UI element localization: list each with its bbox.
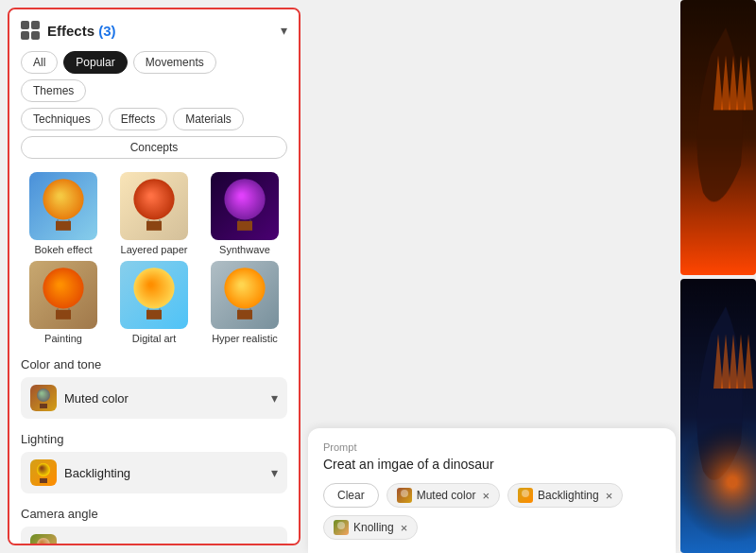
synthwave-label: Synthwave (219, 244, 270, 255)
knolling-tag-icon (334, 520, 349, 535)
camera-angle-icon (30, 534, 57, 545)
filter-movements[interactable]: Movements (133, 51, 216, 74)
lighting-label: Lighting (21, 432, 287, 446)
camera-angle-dropdown[interactable]: Knolling ▾ (21, 527, 287, 545)
layered-paper-thumb (120, 172, 188, 240)
filter-row-1: All Popular Movements Themes (21, 51, 287, 102)
layered-paper-label: Layered paper (121, 244, 188, 255)
left-panel: Effects (3) ▾ All Popular Movements Them… (8, 8, 301, 545)
filter-row-3: Concepts (21, 136, 287, 159)
right-image-strip (680, 0, 756, 553)
backlighting-tag-label: Backlighting (538, 489, 599, 502)
backlighting-tag-icon (518, 488, 533, 503)
panel-title: Effects (3) (47, 23, 116, 39)
filter-effects[interactable]: Effects (109, 108, 167, 130)
filter-popular[interactable]: Popular (63, 51, 127, 74)
panel-header: Effects (3) ▾ (21, 21, 287, 40)
color-tone-chevron-icon: ▾ (271, 390, 278, 406)
lighting-dropdown[interactable]: Backlighting ▾ (21, 452, 287, 493)
panel-collapse-button[interactable]: ▾ (281, 23, 287, 38)
effect-synthwave[interactable]: Synthwave (202, 172, 287, 255)
prompt-tags: Clear Muted color × Backlighting × (323, 483, 661, 540)
lighting-chevron-icon: ▾ (271, 465, 278, 480)
bokeh-label: Bokeh effect (35, 244, 93, 255)
lighting-value: Backlighting (64, 466, 264, 480)
camera-angle-chevron-icon: ▾ (271, 540, 278, 545)
filter-themes[interactable]: Themes (21, 79, 86, 102)
color-tone-dropdown[interactable]: Muted color ▾ (21, 377, 287, 419)
muted-color-remove-icon[interactable]: × (482, 489, 490, 503)
muted-color-tag-icon (397, 488, 412, 503)
prompt-area: Prompt Creat an imgae of a dinosaur Clea… (308, 428, 676, 553)
hyper-realistic-thumb (211, 261, 279, 329)
color-tone-icon (30, 385, 57, 411)
backlighting-tag[interactable]: Backlighting × (507, 483, 623, 508)
effects-count: (3) (98, 23, 115, 39)
effect-hyper-realistic[interactable]: Hyper realistic (202, 261, 287, 344)
filter-concepts[interactable]: Concepts (21, 136, 287, 159)
synthwave-thumb (211, 172, 279, 240)
backlighting-remove-icon[interactable]: × (606, 489, 613, 503)
right-img-2 (680, 279, 756, 554)
painting-thumb (29, 261, 97, 329)
bokeh-thumb (29, 172, 97, 240)
digital-art-thumb (120, 261, 188, 329)
prompt-text[interactable]: Creat an imgae of a dinosaur (323, 457, 661, 472)
filter-row-2: Techniques Effects Materials (21, 108, 287, 130)
painting-label: Painting (44, 333, 82, 344)
panel-header-left: Effects (3) (21, 21, 116, 40)
muted-color-tag-label: Muted color (417, 489, 476, 502)
filter-all[interactable]: All (21, 51, 58, 74)
grid-icon (21, 21, 40, 40)
muted-color-tag[interactable]: Muted color × (387, 483, 500, 508)
effect-bokeh[interactable]: Bokeh effect (21, 172, 106, 255)
digital-art-label: Digital art (132, 333, 176, 344)
middle-area: Prompt Creat an imgae of a dinosaur Clea… (308, 0, 756, 553)
right-img-1 (680, 0, 756, 275)
effects-label: Effects (47, 23, 94, 39)
camera-angle-label: Camera angle (21, 507, 287, 521)
filter-materials[interactable]: Materials (173, 108, 244, 130)
main-layout: Effects (3) ▾ All Popular Movements Them… (0, 0, 756, 553)
effect-digital-art[interactable]: Digital art (112, 261, 197, 344)
knolling-tag[interactable]: Knolling × (323, 515, 418, 540)
clear-button[interactable]: Clear (323, 483, 379, 508)
effects-image-grid: Bokeh effect Layered paper Synthwave Pai… (21, 172, 287, 344)
effect-layered-paper[interactable]: Layered paper (112, 172, 197, 255)
hyper-realistic-label: Hyper realistic (212, 333, 278, 344)
prompt-label: Prompt (323, 441, 661, 453)
filter-techniques[interactable]: Techniques (21, 108, 103, 130)
camera-angle-value: Knolling (64, 541, 264, 546)
color-tone-label: Color and tone (21, 357, 287, 372)
knolling-remove-icon[interactable]: × (401, 521, 408, 535)
effect-painting[interactable]: Painting (21, 261, 106, 344)
color-tone-value: Muted color (64, 391, 264, 406)
knolling-tag-label: Knolling (353, 521, 394, 534)
lighting-icon (30, 459, 57, 486)
